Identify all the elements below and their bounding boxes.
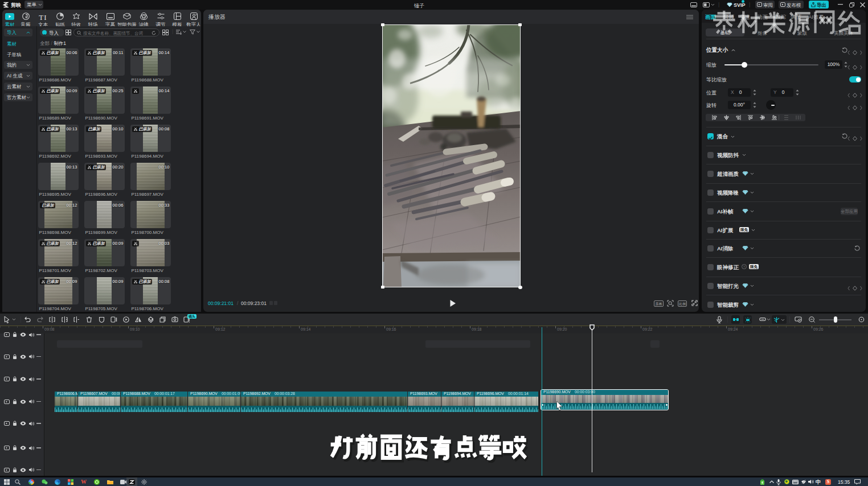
svg-text:?: ? bbox=[743, 265, 746, 269]
